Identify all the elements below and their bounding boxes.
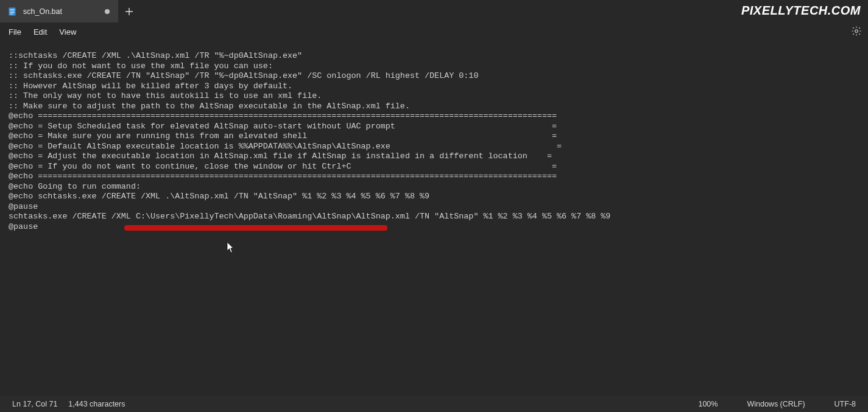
svg-rect-1 — [10, 9, 15, 10]
editor-line[interactable]: :: However AltSnap will be killed after … — [9, 82, 868, 92]
new-tab-button[interactable] — [118, 0, 140, 23]
editor-line[interactable]: @echo schtasks.exe /CREATE /XML .\AltSna… — [9, 192, 868, 202]
status-char-count[interactable]: 1,443 characters — [68, 400, 125, 408]
status-cursor-position[interactable]: Ln 17, Col 71 — [12, 400, 57, 408]
titlebar: sch_On.bat — [0, 0, 868, 23]
status-encoding[interactable]: UTF-8 — [834, 400, 856, 408]
editor-line[interactable]: @echo ==================================… — [9, 111, 868, 122]
editor-line[interactable]: @pause — [9, 202, 868, 212]
settings-gear-icon[interactable] — [851, 26, 862, 37]
statusbar: Ln 17, Col 71 1,443 characters 100% Wind… — [0, 396, 868, 412]
editor[interactable]: ::schtasks /CREATE /XML .\AltSnap.xml /T… — [0, 41, 868, 396]
tab-title: sch_On.bat — [23, 7, 62, 16]
watermark-text: PIXELLYTECH.COM — [741, 4, 861, 18]
svg-rect-2 — [10, 11, 15, 12]
editor-line[interactable]: :: Make sure to adjust the path to the A… — [9, 102, 868, 112]
file-icon — [7, 7, 17, 16]
editor-line[interactable]: :: schtasks.exe /CREATE /TN "AltSnap" /T… — [9, 71, 868, 82]
status-line-ending[interactable]: Windows (CRLF) — [747, 400, 805, 408]
tab-sch-on-bat[interactable]: sch_On.bat — [0, 0, 118, 23]
svg-rect-3 — [10, 12, 15, 13]
editor-line[interactable]: :: If you do not want to use the xml fil… — [9, 61, 868, 72]
menubar: File Edit View — [0, 23, 868, 41]
tab-dirty-indicator[interactable] — [105, 9, 110, 14]
mouse-cursor-icon — [227, 242, 234, 253]
editor-line[interactable]: :: The only way not to have this autokil… — [9, 91, 868, 102]
svg-point-5 — [855, 30, 858, 33]
editor-line[interactable]: @echo Going to run command: — [9, 182, 868, 192]
menu-file[interactable]: File — [2, 24, 27, 40]
editor-line[interactable]: @echo = Adjust the executable location i… — [9, 152, 868, 162]
editor-line[interactable]: @echo ==================================… — [9, 172, 868, 182]
editor-line[interactable]: @echo = If you do not want to continue, … — [9, 162, 868, 172]
editor-line[interactable]: schtasks.exe /CREATE /XML C:\Users\Pixel… — [9, 212, 868, 222]
editor-line[interactable]: @echo = Make sure you are running this f… — [9, 131, 868, 142]
status-zoom[interactable]: 100% — [698, 400, 718, 408]
editor-line[interactable]: ::schtasks /CREATE /XML .\AltSnap.xml /T… — [9, 51, 868, 61]
svg-rect-0 — [9, 8, 16, 16]
annotation-highlight — [124, 225, 387, 231]
svg-rect-4 — [10, 14, 13, 15]
editor-line[interactable]: @echo = Setup Scheduled task for elevate… — [9, 122, 868, 132]
menu-edit[interactable]: Edit — [27, 24, 53, 40]
editor-line[interactable]: @echo = Default AltSnap executable locat… — [9, 142, 868, 152]
menu-view[interactable]: View — [53, 24, 82, 40]
